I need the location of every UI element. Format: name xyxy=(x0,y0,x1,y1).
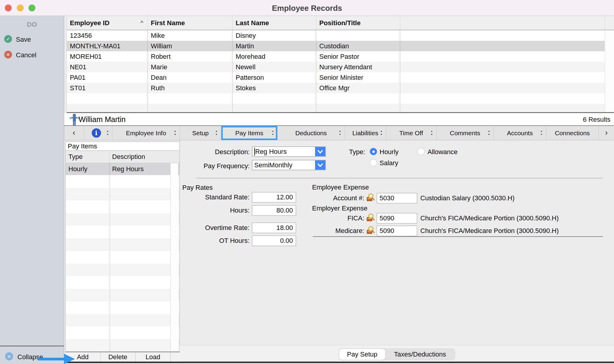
record-info-button[interactable]: i xyxy=(84,126,112,140)
employer-expense-title: Employer Expense xyxy=(312,204,368,212)
cell-position: Senior Pastor xyxy=(316,51,400,62)
medicare-lookup-icon[interactable] xyxy=(366,226,375,235)
column-label: Employee ID xyxy=(70,19,109,27)
cell-description: Reg Hours xyxy=(110,163,179,175)
fica-lookup-icon[interactable] xyxy=(366,213,375,222)
section-divider xyxy=(196,178,603,178)
tab-label: Connections xyxy=(555,130,590,137)
pay-item-row-selected[interactable]: Hourly Reg Hours xyxy=(66,163,179,175)
cell-empty xyxy=(316,104,400,112)
column-header-description[interactable]: Description xyxy=(110,151,179,163)
cell-empty xyxy=(316,93,400,104)
tab-deductions[interactable]: Deductions xyxy=(278,126,345,140)
collapse-chevrons-icon[interactable]: « xyxy=(5,352,13,360)
column-label: Position/Title xyxy=(319,19,361,27)
cell-filler xyxy=(400,83,605,93)
drag-dots-icon xyxy=(216,131,217,132)
info-icon: i xyxy=(92,128,101,138)
pay-items-empty-rows xyxy=(66,175,179,351)
table-row[interactable]: MOREH01 Robert Morehead Senior Pastor xyxy=(67,51,614,62)
table-row[interactable]: PA01 Dean Patterson Senior Minister xyxy=(67,72,614,83)
table-scrollbar[interactable] xyxy=(605,83,614,93)
tabs-scroll-right[interactable]: › xyxy=(599,126,614,140)
column-label: First Name xyxy=(151,19,185,27)
radio-hourly[interactable] xyxy=(370,148,377,155)
table-scrollbar[interactable] xyxy=(605,72,614,83)
description-label: Description: xyxy=(190,148,250,156)
column-header-position[interactable]: Position/Title xyxy=(316,16,400,30)
table-scrollbar[interactable] xyxy=(605,104,614,112)
radio-salary[interactable] xyxy=(370,159,377,166)
cell-last-name: Newell xyxy=(233,62,316,72)
tab-connections[interactable]: Connections xyxy=(546,126,599,140)
column-header-employee-id[interactable]: Employee ID ^ xyxy=(67,16,148,30)
overtime-rate-label: Overtime Rate: xyxy=(180,224,249,232)
pay-items-column-headers: Type Description xyxy=(66,151,179,163)
table-row[interactable]: NE01 Marie Newell Nursery Attendant xyxy=(67,62,614,72)
cancel-button[interactable]: Cancel xyxy=(16,51,36,59)
tab-label: Liabilities xyxy=(352,130,378,137)
tab-accounts[interactable]: Accounts xyxy=(494,126,546,140)
standard-rate-label: Standard Rate: xyxy=(180,193,249,201)
description-text: Reg Hours xyxy=(255,148,287,156)
column-header-first-name[interactable]: First Name xyxy=(148,16,233,30)
column-header-type[interactable]: Type xyxy=(66,151,110,163)
standard-rate-input[interactable]: 12.00 xyxy=(252,192,296,203)
tab-pay-setup[interactable]: Pay Setup xyxy=(339,349,385,360)
column-header-last-name[interactable]: Last Name xyxy=(233,16,316,30)
radio-allowance[interactable] xyxy=(417,148,425,155)
pay-frequency-text: SemiMonthly xyxy=(254,161,292,169)
table-row[interactable]: 123456 Mike Disney xyxy=(67,30,614,41)
tab-employee-info[interactable]: Employee Info xyxy=(112,126,180,140)
table-scrollbar[interactable] xyxy=(605,62,614,72)
tab-label: Comments xyxy=(450,130,480,137)
account-lookup-icon[interactable] xyxy=(366,193,375,202)
tab-time-off[interactable]: Time Off xyxy=(386,126,437,140)
cell-last-name: Patterson xyxy=(233,72,316,83)
cell-position: Senior Minister xyxy=(316,72,400,83)
fica-account-input[interactable]: 5090 xyxy=(377,213,417,224)
medicare-account-input[interactable]: 5090 xyxy=(377,225,417,236)
tab-setup[interactable]: Setup xyxy=(180,126,221,140)
tab-liabilities[interactable]: Liabilities xyxy=(345,126,386,140)
window-title: Employee Records xyxy=(0,4,614,13)
account-number-label: Account #: xyxy=(300,194,364,202)
pay-items-button-bar: Add Delete Load xyxy=(65,352,180,362)
ot-hours-input[interactable]: 0.00 xyxy=(252,235,296,246)
tab-comments[interactable]: Comments xyxy=(437,126,494,140)
sort-ascending-icon: ^ xyxy=(140,20,143,26)
table-row-selected[interactable]: MONTHLY-MA01 William Martin Custodian xyxy=(67,41,614,51)
drag-dots-icon xyxy=(381,131,382,132)
table-scrollbar[interactable] xyxy=(605,30,614,41)
tab-pay-items[interactable]: Pay Items xyxy=(221,126,278,140)
table-row[interactable]: ST01 Ruth Stokes Office Mgr xyxy=(67,83,614,93)
table-scrollbar[interactable] xyxy=(605,51,614,62)
pay-frequency-dropdown-button[interactable] xyxy=(315,160,325,170)
tab-taxes-deductions[interactable]: Taxes/Deductions xyxy=(385,349,455,360)
cell-filler xyxy=(400,30,605,41)
account-number-input[interactable]: 5030 xyxy=(377,193,417,204)
tabs-scroll-left[interactable]: ‹ xyxy=(64,126,84,140)
pay-frequency-combobox[interactable]: SemiMonthly xyxy=(252,160,326,170)
cell-position: Nursery Attendant xyxy=(316,62,400,72)
pay-items-scrollbar[interactable] xyxy=(170,163,178,351)
cell-filler xyxy=(400,72,605,83)
description-combobox[interactable]: Reg Hours xyxy=(252,146,326,157)
column-label: Last Name xyxy=(236,19,269,27)
load-button[interactable]: Load xyxy=(136,352,171,362)
cell-employee-id: NE01 xyxy=(67,62,148,72)
fica-label: FICA: xyxy=(300,214,364,222)
sidebar-divider xyxy=(0,346,64,346)
save-button[interactable]: Save xyxy=(16,36,31,43)
drag-dots-icon xyxy=(272,131,274,132)
hours-input[interactable]: 80.00 xyxy=(252,205,296,216)
cell-empty xyxy=(400,104,605,112)
overtime-rate-input[interactable]: 18.00 xyxy=(252,222,296,233)
employee-expense-title: Employee Expense xyxy=(312,183,369,191)
description-dropdown-button[interactable] xyxy=(315,147,325,156)
table-scrollbar[interactable] xyxy=(605,41,614,51)
collapse-glyph: « xyxy=(7,353,11,360)
medicare-label: Medicare: xyxy=(300,227,364,235)
table-scrollbar[interactable] xyxy=(605,93,614,104)
delete-button[interactable]: Delete xyxy=(100,352,136,362)
